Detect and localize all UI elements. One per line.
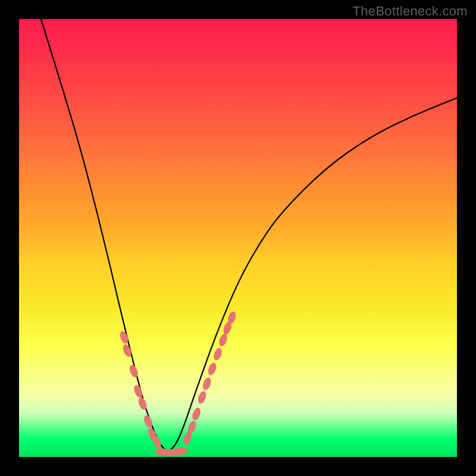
highlight-dot [196,390,208,405]
highlight-dot [206,362,218,377]
bottleneck-curve-path [41,19,457,450]
watermark-text: TheBottleneck.com [353,4,468,19]
highlight-dot [191,407,202,422]
highlight-dot [212,347,224,362]
highlight-dot [174,447,187,455]
highlight-dot [128,364,139,378]
highlight-dots-group [118,311,237,456]
plot-area [19,19,457,457]
highlight-dot [218,333,229,347]
chart-frame: TheBottleneck.com [0,0,476,476]
curve-svg [19,19,457,457]
highlight-dot [201,377,212,392]
